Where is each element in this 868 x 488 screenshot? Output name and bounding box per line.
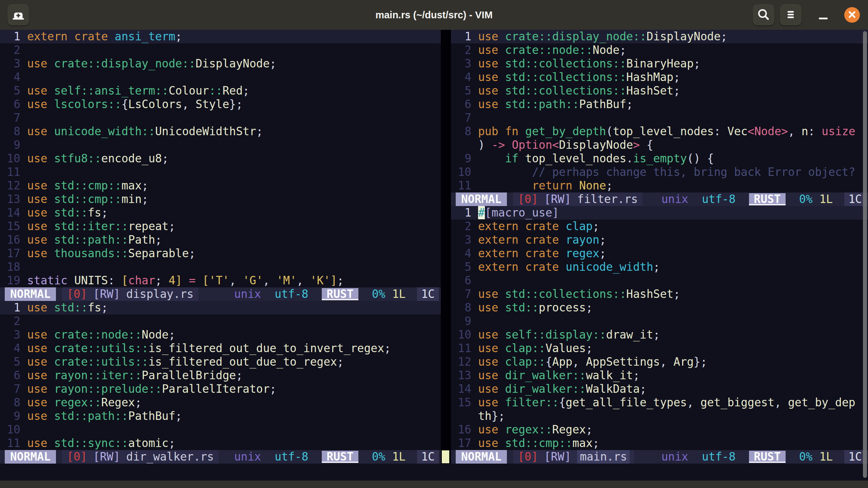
code-token: extern crate — [478, 220, 566, 233]
line-number: 3 — [0, 328, 27, 342]
code-token: std:: — [54, 206, 87, 219]
code-line: 5extern crate unicode_width; — [451, 260, 868, 274]
code-token: use — [27, 233, 54, 246]
code-token: ; — [135, 396, 142, 409]
code-line: 1extern crate ansi_term; — [0, 30, 441, 43]
divider-cursor-cell — [442, 450, 449, 463]
code-line: 9 if top_level_nodes.is_empty() { — [451, 152, 868, 165]
register-indicator: [0] — [518, 450, 538, 464]
editor-pane-dir-walker[interactable]: 1use std::fs;23use crate::node::Node;4us… — [0, 301, 441, 450]
code-token: HashMap — [626, 70, 673, 84]
code-token — [478, 152, 505, 165]
code-token: use — [478, 30, 505, 43]
code-token: use — [27, 179, 54, 192]
code-token: -> — [492, 138, 505, 151]
line-number: 11 — [0, 436, 27, 450]
filetype-badge: RUST — [749, 193, 785, 205]
statusline-main: NORMAL [0] [RW] main.rs unix utf-8 RUST … — [451, 450, 868, 464]
code-text: use std::fs; — [27, 301, 441, 314]
editor-pane-display[interactable]: 1extern crate ansi_term;23use crate::dis… — [0, 30, 441, 287]
close-button[interactable] — [844, 7, 860, 23]
code-token: use — [27, 382, 54, 395]
code-token: , — [182, 98, 196, 111]
code-token: std::collections:: — [505, 84, 626, 97]
window-bottom-edge — [0, 481, 868, 488]
register-indicator: [0] — [67, 287, 87, 301]
code-token: crate::node:: — [54, 328, 141, 341]
code-text: use std::path::PathBuf; — [478, 98, 868, 111]
code-token: ; — [175, 409, 182, 423]
code-token — [478, 179, 532, 192]
code-token: Option — [512, 138, 552, 151]
header-controls — [747, 4, 860, 25]
line-number: 1 — [0, 30, 27, 43]
line-number: 7 — [0, 382, 27, 396]
code-token: std:: — [54, 301, 87, 314]
code-line: 8use unicode_width::UnicodeWidthStr; — [0, 125, 441, 138]
code-text: use unicode_width::UnicodeWidthStr; — [27, 125, 441, 138]
line-number: 1 — [0, 301, 27, 314]
code-token: use — [27, 396, 54, 409]
code-token: ; — [142, 192, 149, 206]
code-text: use dir_walker::WalkData; — [478, 382, 868, 396]
code-token: lscolors:: — [54, 98, 121, 111]
code-token: use — [27, 301, 54, 314]
code-token: ; — [606, 179, 613, 192]
code-token: use — [478, 43, 505, 57]
code-token: ; — [653, 260, 660, 273]
scrollbar[interactable] — [863, 31, 867, 478]
code-token: crate::node:: — [505, 43, 592, 57]
code-token: DisplayNode — [559, 138, 633, 151]
new-tab-button[interactable] — [7, 4, 29, 25]
search-button[interactable] — [753, 4, 774, 25]
line-number: 10 — [451, 328, 478, 342]
code-token — [505, 138, 512, 151]
code-text: extern crate ansi_term; — [27, 30, 441, 43]
code-token: use — [478, 355, 505, 368]
code-line: 15use std::iter::repeat; — [0, 220, 441, 233]
code-line: 12use clap::{App, AppSettings, Arg}; — [451, 355, 868, 369]
code-token: max — [121, 179, 142, 192]
code-token: use — [27, 409, 54, 423]
code-text: use crate::display_node::DisplayNode; — [27, 57, 441, 70]
menu-button[interactable] — [780, 4, 802, 25]
code-text: extern crate clap; — [478, 220, 868, 233]
editor-pane-filter[interactable]: 1use crate::display_node::DisplayNode;2u… — [451, 30, 868, 192]
code-token: fs — [88, 206, 101, 219]
code-token: std::iter:: — [54, 220, 128, 233]
code-line: 10 // perhaps change this, bring back Er… — [451, 165, 868, 179]
code-line: 7 — [0, 111, 441, 125]
line-number: 4 — [451, 247, 478, 260]
line-number: 13 — [0, 192, 27, 206]
code-text: if top_level_nodes.is_empty() { — [478, 152, 868, 165]
code-token: self::display:: — [505, 328, 606, 341]
code-token: use — [478, 369, 505, 382]
code-token: , — [229, 274, 243, 287]
new-tab-icon — [12, 8, 25, 22]
code-text: use self::ansi_term::Colour::Red; — [27, 84, 441, 98]
code-token: ; — [673, 70, 680, 84]
code-token: { — [559, 396, 566, 409]
code-line: 5use std::collections::HashSet; — [451, 84, 868, 98]
code-text: use std::collections::HashSet; — [478, 84, 868, 98]
code-token: // perhaps change this, bring back Error… — [532, 165, 855, 179]
code-token: , — [788, 125, 802, 138]
code-token: top_level_nodes — [613, 125, 714, 138]
code-token: use — [478, 301, 505, 314]
code-token: . — [626, 152, 633, 165]
code-token: ; — [586, 301, 593, 314]
code-token: min — [121, 192, 142, 206]
encoding: utf-8 — [702, 450, 735, 464]
code-token: ; — [673, 84, 680, 97]
code-token: char — [128, 274, 155, 287]
code-text: th}; — [478, 409, 868, 423]
code-text — [478, 111, 868, 125]
minimize-button[interactable] — [816, 4, 830, 25]
code-token: : — [808, 125, 822, 138]
code-text — [27, 423, 441, 436]
line-count: 1L — [392, 450, 406, 464]
vertical-split-divider[interactable] — [441, 30, 451, 464]
code-line: 3use crate::display_node::DisplayNode; — [0, 57, 441, 70]
editor-pane-main[interactable]: 1#[macro_use]2extern crate clap;3extern … — [451, 206, 868, 450]
line-number: 6 — [451, 274, 478, 287]
